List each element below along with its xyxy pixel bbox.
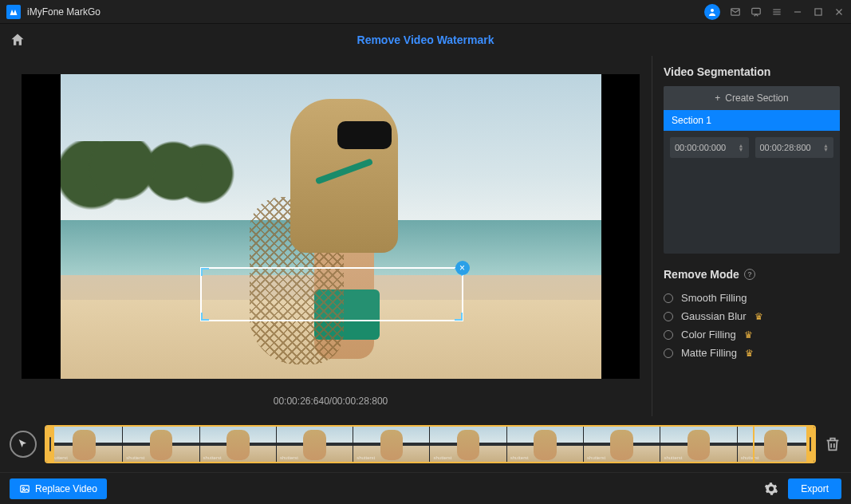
selection-remove-button[interactable]: × [455, 261, 470, 275]
home-icon[interactable] [10, 32, 26, 48]
timeline-thumb[interactable]: shutterst [277, 427, 353, 462]
section-start-value: 00:00:00:000 [675, 143, 726, 152]
remove-mode-option-label: Matte Filling [681, 347, 737, 359]
remove-mode-option-label: Color Filling [681, 329, 736, 341]
remove-mode-options: Smooth FillingGaussian Blur ♛Color Filli… [664, 292, 840, 359]
stepper-icon[interactable]: ▲▼ [823, 144, 829, 152]
export-label: Export [801, 483, 829, 494]
delete-icon[interactable] [824, 435, 841, 453]
radio-icon [664, 348, 673, 358]
video-preview[interactable]: × [22, 74, 640, 379]
crown-icon: ♛ [744, 329, 753, 341]
settings-icon[interactable] [764, 482, 778, 496]
timeline-thumb[interactable]: shutterst [738, 427, 814, 462]
app-title: iMyFone MarkGo [27, 6, 704, 18]
remove-mode-option[interactable]: Gaussian Blur ♛ [664, 310, 840, 322]
remove-mode-option[interactable]: Color Filling ♛ [664, 329, 840, 341]
crown-icon: ♛ [754, 311, 763, 322]
create-section-button[interactable]: + Create Section [664, 86, 840, 110]
svg-rect-7 [815, 8, 821, 14]
plus-icon: + [715, 93, 720, 104]
resize-handle-bl[interactable] [201, 313, 209, 321]
section-start-input[interactable]: 00:00:00:000 ▲▼ [670, 137, 749, 158]
preview-wrap: × [10, 65, 652, 388]
create-section-label: Create Section [725, 93, 788, 104]
app-logo-icon [6, 5, 21, 19]
user-avatar-icon[interactable] [704, 4, 720, 20]
minimize-icon[interactable] [792, 6, 803, 18]
crown-icon: ♛ [745, 348, 754, 359]
remove-mode-option-label: Gaussian Blur [681, 310, 747, 322]
radio-icon [664, 293, 673, 303]
timeline[interactable]: shutterstshutterstshutterstshutterstshut… [45, 425, 816, 463]
replace-video-button[interactable]: Replace Video [10, 478, 107, 499]
maximize-icon[interactable] [813, 6, 824, 18]
timeline-thumb[interactable]: shutterst [584, 427, 660, 462]
timeline-thumb[interactable]: shutterst [507, 427, 584, 462]
stepper-icon[interactable]: ▲▼ [739, 144, 744, 152]
main-area: × 00:00:26:640/00:00:28:800 Video Segmen… [0, 56, 851, 416]
timeline-thumb[interactable]: shutterst [660, 427, 737, 462]
section-end-input[interactable]: 00:00:28:800 ▲▼ [755, 137, 834, 158]
resize-handle-br[interactable] [455, 313, 463, 321]
timeline-handle-right[interactable] [806, 427, 814, 462]
section-end-value: 00:00:28:800 [760, 143, 811, 152]
section-time-inputs: 00:00:00:000 ▲▼ 00:00:28:800 ▲▼ [664, 131, 840, 164]
titlebar-icons [704, 4, 845, 20]
selection-tool-icon[interactable] [10, 431, 37, 458]
svg-rect-2 [752, 8, 761, 14]
export-button[interactable]: Export [788, 478, 841, 499]
close-icon[interactable] [833, 6, 845, 18]
right-panel: Video Segmentation + Create Section Sect… [652, 56, 851, 416]
remove-mode-option-label: Smooth Filling [681, 292, 747, 304]
segmentation-box: + Create Section Section 1 00:00:00:000 … [664, 86, 840, 254]
section-item[interactable]: Section 1 [664, 110, 840, 131]
subheader: Remove Video Watermark [0, 24, 851, 56]
timeline-thumb[interactable]: shutterst [430, 427, 506, 462]
remove-mode-title: Remove Mode [664, 268, 739, 281]
time-display: 00:00:26:640/00:00:28:800 [10, 388, 652, 410]
remove-mode-option[interactable]: Smooth Filling [664, 292, 840, 304]
replace-video-label: Replace Video [35, 483, 97, 494]
titlebar: iMyFone MarkGo [0, 0, 851, 24]
replace-icon [19, 483, 30, 494]
feedback-icon[interactable] [751, 6, 762, 18]
bottombar: Replace Video Export [0, 472, 851, 504]
timeline-handle-left[interactable] [46, 427, 54, 462]
timeline-thumb[interactable]: shutterst [200, 427, 277, 462]
segmentation-title: Video Segmentation [664, 65, 840, 78]
page-title: Remove Video Watermark [26, 33, 825, 46]
radio-icon [664, 330, 673, 340]
svg-point-0 [711, 9, 714, 12]
playhead[interactable] [753, 425, 754, 463]
remove-mode-title-row: Remove Mode ? [664, 268, 840, 281]
video-frame: × [61, 74, 601, 379]
mail-icon[interactable] [730, 6, 741, 18]
preview-column: × 00:00:26:640/00:00:28:800 [0, 56, 652, 416]
bottom-right: Export [764, 478, 841, 499]
help-icon[interactable]: ? [744, 269, 755, 280]
timeline-thumb[interactable]: shutterst [123, 427, 199, 462]
svg-point-13 [22, 487, 24, 489]
resize-handle-tl[interactable] [201, 268, 209, 276]
radio-icon [664, 312, 673, 321]
timeline-thumb[interactable]: shutterst [353, 427, 430, 462]
timeline-thumb[interactable]: shutterst [46, 427, 123, 462]
menu-icon[interactable] [771, 6, 782, 18]
remove-mode-option[interactable]: Matte Filling ♛ [664, 347, 840, 359]
watermark-selection[interactable]: × [200, 267, 463, 321]
timeline-row: shutterstshutterstshutterstshutterstshut… [0, 416, 851, 472]
